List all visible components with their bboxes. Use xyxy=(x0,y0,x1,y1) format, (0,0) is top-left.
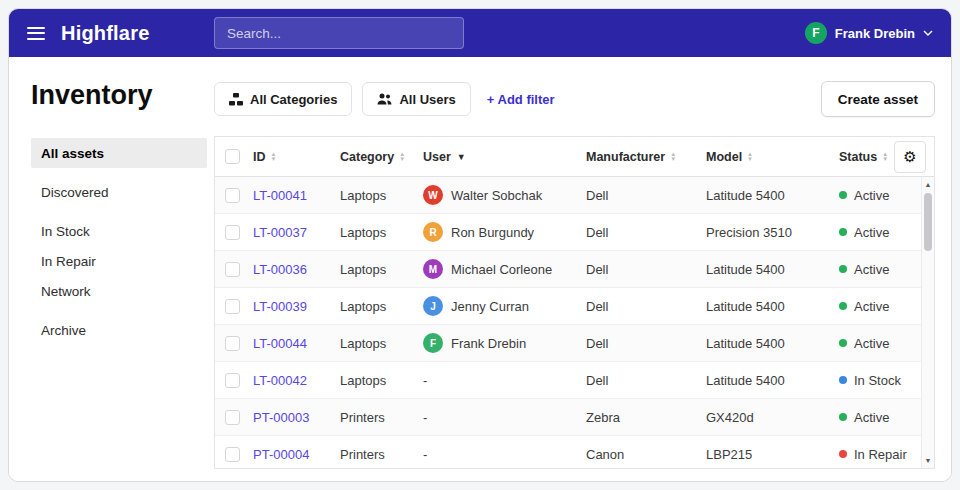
column-header-model[interactable]: Model ▲▼ xyxy=(706,150,839,164)
all-categories-button[interactable]: All Categories xyxy=(214,82,352,116)
chevron-down-icon xyxy=(923,30,933,36)
asset-id-link[interactable]: LT-00044 xyxy=(253,336,307,351)
manufacturer-cell: Dell xyxy=(586,373,706,388)
status-cell: Active xyxy=(839,299,920,314)
row-checkbox[interactable] xyxy=(225,336,240,351)
category-cell: Printers xyxy=(340,410,423,425)
row-checkbox[interactable] xyxy=(225,410,240,425)
table-row: LT-00036 Laptops M Michael Corleone Dell… xyxy=(215,251,934,288)
manufacturer-cell: Zebra xyxy=(586,410,706,425)
select-all-checkbox[interactable] xyxy=(225,149,240,164)
sidebar-item-in-stock[interactable]: In Stock xyxy=(31,216,207,246)
sort-desc-icon[interactable]: ▼ xyxy=(457,152,466,162)
asset-id-link[interactable]: LT-00036 xyxy=(253,262,307,277)
status-dot xyxy=(839,191,847,199)
table-row: PT-00003 Printers - Zebra GX420d Active xyxy=(215,399,934,436)
row-checkbox[interactable] xyxy=(225,262,240,277)
category-cell: Laptops xyxy=(340,188,423,203)
user-avatar: J xyxy=(423,296,443,316)
category-cell: Laptops xyxy=(340,299,423,314)
row-checkbox[interactable] xyxy=(225,225,240,240)
sidebar-item-archive[interactable]: Archive xyxy=(31,315,207,345)
scrollbar-thumb[interactable] xyxy=(924,193,932,251)
user-cell: - xyxy=(423,373,586,388)
status-dot xyxy=(839,265,847,273)
hamburger-menu-icon[interactable] xyxy=(27,27,45,40)
scroll-up-arrow[interactable]: ▲ xyxy=(922,178,934,191)
user-cell: F Frank Drebin xyxy=(423,333,586,353)
asset-id-link[interactable]: LT-00042 xyxy=(253,373,307,388)
row-checkbox[interactable] xyxy=(225,188,240,203)
column-label: Manufacturer xyxy=(586,150,665,164)
status-cell: Active xyxy=(839,188,920,203)
user-name: Frank Drebin xyxy=(835,26,915,41)
sidebar-item-network[interactable]: Network xyxy=(31,276,207,306)
column-header-user[interactable]: User ▼ xyxy=(423,150,586,164)
status-cell: Active xyxy=(839,262,920,277)
asset-id-link[interactable]: LT-00041 xyxy=(253,188,307,203)
asset-id-link[interactable]: LT-00039 xyxy=(253,299,307,314)
status-label: Active xyxy=(854,262,889,277)
status-dot xyxy=(839,302,847,310)
manufacturer-cell: Dell xyxy=(586,336,706,351)
column-label: ID xyxy=(253,150,266,164)
sort-icon[interactable]: ▲▼ xyxy=(271,152,277,162)
column-header-manufacturer[interactable]: Manufacturer ▲▼ xyxy=(586,150,706,164)
filter-toolbar: All Categories All Users + Add filter xyxy=(214,81,555,117)
sidebar-item-label: In Stock xyxy=(41,224,90,239)
column-header-category[interactable]: Category ▲▼ xyxy=(340,150,423,164)
status-cell: Active xyxy=(839,410,920,425)
user-avatar: F xyxy=(805,22,827,44)
sidebar-item-discovered[interactable]: Discovered xyxy=(31,177,207,207)
app-window: Highflare F Frank Drebin Inventory All a… xyxy=(8,8,952,482)
scroll-down-arrow[interactable]: ▼ xyxy=(922,454,934,467)
sidebar-item-in-repair[interactable]: In Repair xyxy=(31,246,207,276)
row-checkbox[interactable] xyxy=(225,299,240,314)
category-cell: Laptops xyxy=(340,225,423,240)
category-cell: Laptops xyxy=(340,336,423,351)
user-cell: J Jenny Curran xyxy=(423,296,586,316)
manufacturer-cell: Dell xyxy=(586,188,706,203)
user-name: Jenny Curran xyxy=(451,299,529,314)
all-users-button[interactable]: All Users xyxy=(362,82,470,116)
user-menu[interactable]: F Frank Drebin xyxy=(805,22,933,44)
sort-icon[interactable]: ▲▼ xyxy=(747,152,753,162)
column-label: User xyxy=(423,150,451,164)
table-body: LT-00041 Laptops W Walter Sobchak Dell L… xyxy=(215,177,934,468)
asset-id-link[interactable]: LT-00037 xyxy=(253,225,307,240)
table-scrollbar[interactable]: ▲ ▼ xyxy=(921,177,934,468)
user-cell: - xyxy=(423,410,586,425)
row-checkbox[interactable] xyxy=(225,447,240,462)
table-row: LT-00039 Laptops J Jenny Curran Dell Lat… xyxy=(215,288,934,325)
table-row: LT-00041 Laptops W Walter Sobchak Dell L… xyxy=(215,177,934,214)
page-title: Inventory xyxy=(31,80,153,111)
sidebar-item-label: Discovered xyxy=(41,185,109,200)
sort-icon[interactable]: ▲▼ xyxy=(882,152,888,162)
model-cell: LBP215 xyxy=(706,447,839,462)
asset-id-link[interactable]: PT-00004 xyxy=(253,447,309,462)
users-icon xyxy=(377,93,392,105)
sort-icon[interactable]: ▲▼ xyxy=(399,152,405,162)
model-cell: Latitude 5400 xyxy=(706,299,839,314)
status-cell: In Repair xyxy=(839,447,920,462)
status-label: In Repair xyxy=(854,447,907,462)
table-row: PT-00004 Printers - Canon LBP215 In Repa… xyxy=(215,436,934,468)
column-header-id[interactable]: ID ▲▼ xyxy=(253,150,340,164)
asset-id-link[interactable]: PT-00003 xyxy=(253,410,309,425)
search-input[interactable] xyxy=(214,17,464,49)
status-dot xyxy=(839,376,847,384)
add-filter-button[interactable]: + Add filter xyxy=(487,92,555,107)
sidebar-item-all-assets[interactable]: All assets xyxy=(31,138,207,168)
create-asset-button[interactable]: Create asset xyxy=(821,81,935,117)
status-label: Active xyxy=(854,225,889,240)
gear-icon: ⚙ xyxy=(903,148,916,166)
status-label: Active xyxy=(854,299,889,314)
column-label: Status xyxy=(839,150,877,164)
table-settings-button[interactable]: ⚙ xyxy=(894,141,926,173)
status-cell: Active xyxy=(839,336,920,351)
model-cell: Precision 3510 xyxy=(706,225,839,240)
row-checkbox[interactable] xyxy=(225,373,240,388)
manufacturer-cell: Dell xyxy=(586,262,706,277)
sort-icon[interactable]: ▲▼ xyxy=(670,152,676,162)
model-cell: GX420d xyxy=(706,410,839,425)
